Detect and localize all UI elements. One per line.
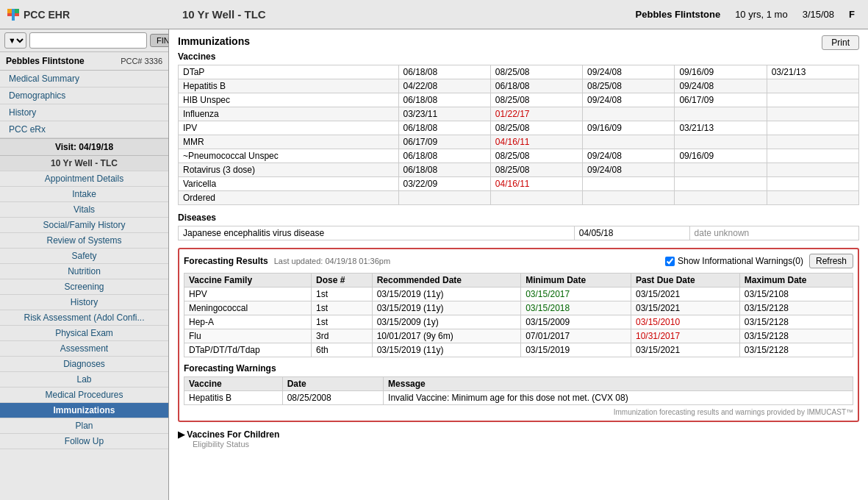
sidebar-item-history[interactable]: History <box>0 104 168 121</box>
search-area: ▼ FIND <box>0 29 168 52</box>
sidebar-item-diagnoses[interactable]: Diagnoses <box>0 357 168 372</box>
sidebar-item-pcc-erx[interactable]: PCC eRx <box>0 121 168 138</box>
forecasting-header: Forecasting Results Last updated: 04/19/… <box>184 254 853 268</box>
forecast-row: Flu3rd10/01/2017 (9y 6m)07/01/201710/31/… <box>184 329 853 343</box>
forecast-row: Meningococcal1st03/15/2019 (11y)03/15/20… <box>184 301 853 315</box>
show-warnings-check[interactable]: Show Informational Warnings(0) <box>665 256 803 266</box>
vaccine-row: Varicella03/22/0904/16/11 <box>179 177 859 191</box>
forecasting-warnings-header: Forecasting Warnings <box>184 363 853 374</box>
sidebar-item-demographics[interactable]: Demographics <box>0 88 168 104</box>
vaccine-row: MMR06/17/0904/16/11 <box>179 135 859 149</box>
sidebar-item-assessment[interactable]: Assessment <box>0 341 168 357</box>
forecast-row: Hep-A1st03/15/2009 (1y)03/15/200903/15/2… <box>184 315 853 329</box>
main-layout: ▼ FIND Pebbles Flintstone PCC# 3336 Medi… <box>0 29 868 500</box>
patient-gender-top: F <box>849 9 855 20</box>
sidebar-item-vitals[interactable]: Vitals <box>0 202 168 218</box>
vaccine-row: Influenza03/23/1101/22/17 <box>179 107 859 121</box>
sidebar-item-follow-up[interactable]: Follow Up <box>0 434 168 449</box>
sidebar-item-medical-summary[interactable]: Medical Summary <box>0 71 168 88</box>
forecasting-box: Forecasting Results Last updated: 04/19/… <box>178 248 859 422</box>
sidebar-pcc-number: PCC# 3336 <box>121 57 162 65</box>
sidebar-item-safety[interactable]: Safety <box>0 249 168 264</box>
sidebar-visit-header: Visit: 04/19/18 <box>0 138 168 156</box>
sidebar-item-intake[interactable]: Intake <box>0 187 168 202</box>
vaccine-row: Rotavirus (3 dose)06/18/0808/25/0809/24/… <box>179 163 859 177</box>
sidebar-item-review-of-systems[interactable]: Review of Systems <box>0 233 168 249</box>
vfc-sub: Eligibility Status <box>178 440 859 449</box>
sidebar-patient-name: Pebbles Flintstone <box>6 56 85 66</box>
print-button[interactable]: Print <box>822 35 859 50</box>
sidebar-item-appointment-details[interactable]: Appointment Details <box>0 171 168 187</box>
sidebar-item-risk-assessment[interactable]: Risk Assessment (Adol Confi... <box>0 310 168 326</box>
sidebar-patient-header: Pebbles Flintstone PCC# 3336 <box>0 52 168 71</box>
vaccines-header: Vaccines <box>178 51 859 62</box>
immucast-footer: Immunization forecasting results and war… <box>184 408 853 416</box>
vaccine-row: Hepatitis B04/22/0806/18/0808/25/0809/24… <box>179 79 859 93</box>
forecasting-title: Forecasting Results <box>184 256 268 266</box>
app-title: PCC EHR <box>24 9 70 21</box>
patient-info-top: Pebbles Flintstone 10 yrs, 1 mo 3/15/08 … <box>636 9 855 20</box>
refresh-button[interactable]: Refresh <box>809 254 853 268</box>
diseases-header: Diseases <box>178 213 859 223</box>
patient-date-top: 3/15/08 <box>803 9 834 20</box>
last-updated-label: Last updated: 04/19/18 01:36pm <box>274 257 390 265</box>
disease-row: Japanese encephalitis virus disease04/05… <box>179 226 859 240</box>
sidebar-visit-name[interactable]: 10 Yr Well - TLC <box>0 156 168 171</box>
vfc-label: ▶ Vaccines For Children <box>178 429 279 440</box>
sidebar-item-lab[interactable]: Lab <box>0 372 168 388</box>
warnings-table: VaccineDateMessage Hepatitis B08/25/2008… <box>184 376 853 405</box>
sidebar-item-plan[interactable]: Plan <box>0 418 168 434</box>
top-bar: PCC EHR 10 Yr Well - TLC Pebbles Flintst… <box>0 0 868 29</box>
visit-title: 10 Yr Well - TLC <box>168 8 636 21</box>
search-input[interactable] <box>29 32 147 49</box>
forecast-table: Vaccine FamilyDose #Recommended DateMini… <box>184 273 853 357</box>
sidebar-item-immunizations[interactable]: Immunizations <box>0 403 168 418</box>
sidebar-item-social-family[interactable]: Social/Family History <box>0 218 168 233</box>
sidebar-item-physical-exam[interactable]: Physical Exam <box>0 326 168 341</box>
vfc-section: ▶ Vaccines For Children <box>178 429 859 440</box>
logo-area: PCC EHR <box>6 7 168 22</box>
show-warnings-label: Show Informational Warnings(0) <box>678 256 803 266</box>
forecast-row: DTaP/DT/Td/Tdap6th03/15/2019 (11y)03/15/… <box>184 343 853 357</box>
warning-row: Hepatitis B08/25/2008Invalid Vaccine: Mi… <box>184 391 853 405</box>
sidebar-item-medical-procedures[interactable]: Medical Procedures <box>0 388 168 403</box>
vaccine-row: IPV06/18/0808/25/0809/16/0903/21/13 <box>179 121 859 135</box>
show-warnings-checkbox[interactable] <box>665 257 675 266</box>
diseases-table: Japanese encephalitis virus disease04/05… <box>178 226 859 240</box>
find-button[interactable]: FIND <box>150 34 169 47</box>
sidebar-item-screening[interactable]: Screening <box>0 279 168 295</box>
content-title: Immunizations <box>178 35 859 47</box>
vaccine-row: DTaP06/18/0808/25/0809/24/0809/16/0903/2… <box>179 65 859 79</box>
vaccines-table: DTaP06/18/0808/25/0809/24/0809/16/0903/2… <box>178 65 859 205</box>
patient-name-top: Pebbles Flintstone <box>636 9 721 20</box>
vaccine-row: HIB Unspec06/18/0808/25/0809/24/0806/17/… <box>179 93 859 107</box>
search-dropdown[interactable]: ▼ <box>4 32 26 49</box>
sidebar-item-history[interactable]: History <box>0 295 168 310</box>
patient-age-top: 10 yrs, 1 mo <box>735 9 788 20</box>
app-logo <box>6 7 21 22</box>
sidebar-item-nutrition[interactable]: Nutrition <box>0 264 168 279</box>
vaccine-row: ~Pneumococcal Unspec06/18/0808/25/0809/2… <box>179 149 859 163</box>
content-area: Print Immunizations Vaccines DTaP06/18/0… <box>169 29 868 500</box>
vaccine-row: Ordered <box>179 191 859 205</box>
forecast-row: HPV1st03/15/2019 (11y)03/15/201703/15/20… <box>184 288 853 301</box>
sidebar: ▼ FIND Pebbles Flintstone PCC# 3336 Medi… <box>0 29 169 500</box>
